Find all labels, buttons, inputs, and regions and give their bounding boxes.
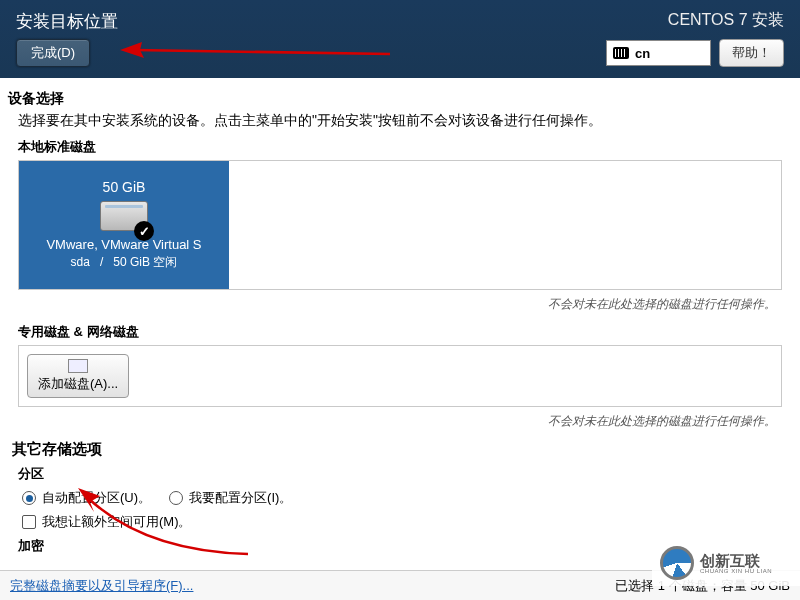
watermark-name: 创新互联 xyxy=(700,553,772,568)
manual-partition-label: 我要配置分区(I)。 xyxy=(189,489,292,507)
network-disks-panel: 添加磁盘(A)... xyxy=(18,345,782,407)
add-disk-button[interactable]: 添加磁盘(A)... xyxy=(27,354,129,398)
check-icon xyxy=(134,221,154,241)
device-selection-desc: 选择要在其中安装系统的设备。点击主菜单中的"开始安装"按钮前不会对该设备进行任何… xyxy=(18,112,792,130)
watermark: 创新互联 CHUANG XIN HU LIAN xyxy=(652,540,800,586)
network-disks-heading: 专用磁盘 & 网络磁盘 xyxy=(18,323,792,341)
radio-icon xyxy=(169,491,183,505)
local-disks-heading: 本地标准磁盘 xyxy=(18,138,792,156)
watermark-sub: CHUANG XIN HU LIAN xyxy=(700,568,772,574)
network-disks-note: 不会对未在此处选择的磁盘进行任何操作。 xyxy=(8,413,776,430)
extra-space-checkbox[interactable]: 我想让额外空间可用(M)。 xyxy=(22,513,192,531)
local-disks-panel: 50 GiB VMware, VMware Virtual S sda / 50… xyxy=(18,160,782,290)
partition-radio-row: 自动配置分区(U)。 我要配置分区(I)。 xyxy=(22,489,792,507)
header-right: CENTOS 7 安装 cn 帮助！ xyxy=(606,10,784,67)
content-area: 设备选择 选择要在其中安装系统的设备。点击主菜单中的"开始安装"按钮前不会对该设… xyxy=(0,78,800,555)
disk-size-label: 50 GiB xyxy=(103,179,146,195)
add-disk-label: 添加磁盘(A)... xyxy=(38,375,118,393)
auto-partition-radio[interactable]: 自动配置分区(U)。 xyxy=(22,489,151,507)
disk-meta: sda / 50 GiB 空闲 xyxy=(71,254,178,271)
disk-free: 50 GiB 空闲 xyxy=(113,255,177,269)
done-button[interactable]: 完成(D) xyxy=(16,39,90,67)
disk-icon-wrap xyxy=(100,197,148,235)
keyboard-layout-label: cn xyxy=(635,46,650,61)
radio-icon xyxy=(22,491,36,505)
checkbox-icon xyxy=(22,515,36,529)
disk-sep: / xyxy=(100,255,103,269)
partition-heading: 分区 xyxy=(18,465,792,483)
keyboard-layout-box[interactable]: cn xyxy=(606,40,711,66)
disk-id: sda xyxy=(71,255,90,269)
help-button[interactable]: 帮助！ xyxy=(719,39,784,67)
watermark-logo-icon xyxy=(660,546,694,580)
disk-summary-link[interactable]: 完整磁盘摘要以及引导程序(F)... xyxy=(10,577,193,595)
disk-add-icon xyxy=(68,359,88,373)
installer-title: CENTOS 7 安装 xyxy=(606,10,784,31)
device-selection-heading: 设备选择 xyxy=(8,90,792,108)
header-bar: 安装目标位置 完成(D) CENTOS 7 安装 cn 帮助！ xyxy=(0,0,800,78)
disk-model-label: VMware, VMware Virtual S xyxy=(25,237,223,252)
auto-partition-label: 自动配置分区(U)。 xyxy=(42,489,151,507)
lang-bar: cn 帮助！ xyxy=(606,39,784,67)
extra-space-label: 我想让额外空间可用(M)。 xyxy=(42,513,192,531)
keyboard-icon xyxy=(613,47,629,59)
local-disks-note: 不会对未在此处选择的磁盘进行任何操作。 xyxy=(8,296,776,313)
manual-partition-radio[interactable]: 我要配置分区(I)。 xyxy=(169,489,292,507)
annotation-arrow-done xyxy=(120,40,390,64)
extra-space-row: 我想让额外空间可用(M)。 xyxy=(22,513,792,531)
other-storage-heading: 其它存储选项 xyxy=(12,440,792,459)
disk-tile[interactable]: 50 GiB VMware, VMware Virtual S sda / 50… xyxy=(19,161,229,289)
watermark-text-wrap: 创新互联 CHUANG XIN HU LIAN xyxy=(700,553,772,574)
